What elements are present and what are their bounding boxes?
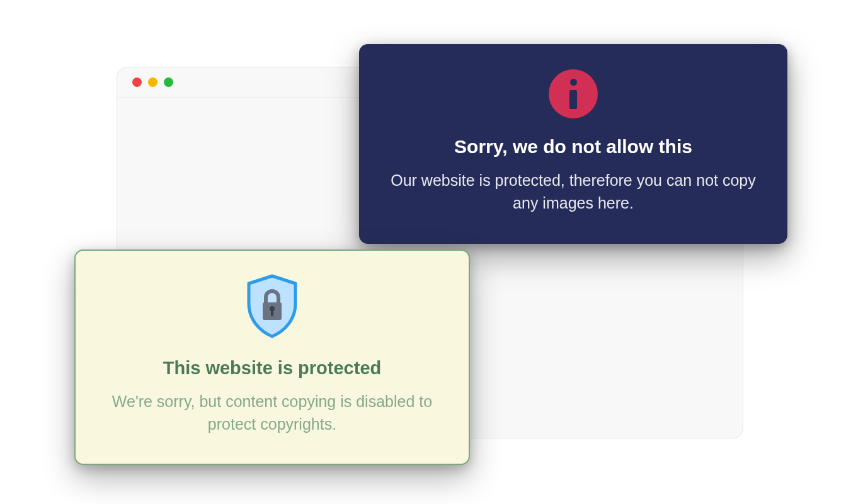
svg-rect-2	[271, 310, 273, 316]
protection-popup-dark: Sorry, we do not allow this Our website …	[359, 44, 787, 244]
popup-dark-body: Our website is protected, therefore you …	[389, 169, 757, 215]
shield-lock-icon	[243, 273, 302, 341]
popup-light-body: We're sorry, but content copying is disa…	[103, 390, 441, 436]
close-traffic-light-icon[interactable]	[132, 77, 142, 87]
minimize-traffic-light-icon[interactable]	[148, 77, 157, 87]
popup-light-title: This website is protected	[103, 358, 441, 379]
popup-dark-title: Sorry, we do not allow this	[389, 136, 757, 158]
info-icon	[549, 69, 598, 118]
protection-popup-light: This website is protected We're sorry, b…	[74, 249, 470, 465]
maximize-traffic-light-icon[interactable]	[164, 77, 173, 87]
